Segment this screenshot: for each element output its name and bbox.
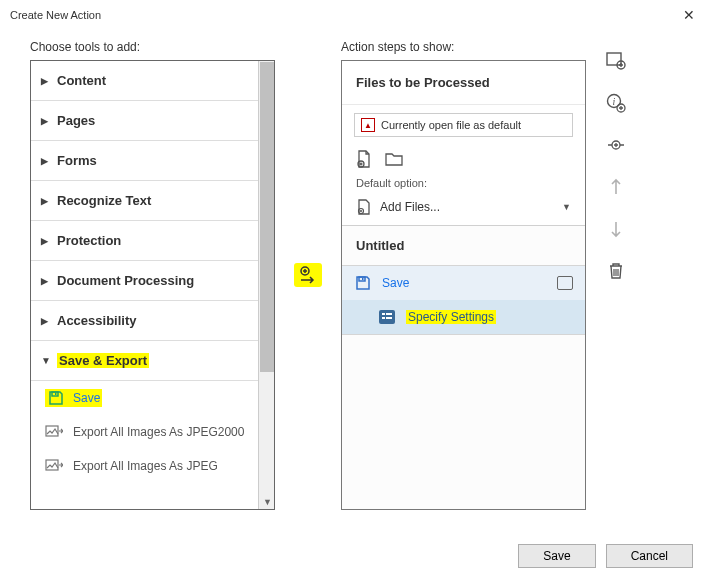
svg-text:i: i <box>613 96 616 107</box>
move-down-icon[interactable] <box>605 218 627 240</box>
cat-label: Accessibility <box>57 313 137 328</box>
cat-label: Protection <box>57 233 121 248</box>
close-icon[interactable]: ✕ <box>675 3 703 27</box>
new-action-icon[interactable] <box>605 50 627 72</box>
add-files-label: Add Files... <box>380 200 440 214</box>
tools-list: ▶Content ▶Pages ▶Forms ▶Recognize Text ▶… <box>30 60 275 510</box>
cat-label: Save & Export <box>57 353 149 368</box>
chevron-right-icon: ▶ <box>41 316 49 326</box>
chevron-right-icon: ▶ <box>41 76 49 86</box>
window-title: Create New Action <box>10 9 101 21</box>
svg-rect-10 <box>382 313 385 315</box>
step-specify-settings[interactable]: Specify Settings <box>342 300 585 335</box>
step-options-icon[interactable] <box>557 276 573 290</box>
tool-save[interactable]: Save <box>31 381 258 415</box>
add-file-small-icon <box>356 199 372 215</box>
cancel-button[interactable]: Cancel <box>606 544 693 568</box>
cat-forms[interactable]: ▶Forms <box>31 141 258 181</box>
pdf-icon: ▲ <box>361 118 375 132</box>
step-label: Specify Settings <box>406 310 496 324</box>
cat-label: Pages <box>57 113 95 128</box>
cat-label: Content <box>57 73 106 88</box>
files-title: Files to be Processed <box>342 61 585 105</box>
step-label: Save <box>382 276 409 290</box>
chevron-right-icon: ▶ <box>41 156 49 166</box>
chevron-right-icon: ▶ <box>41 116 49 126</box>
default-file-row: ▲ Currently open file as default <box>354 113 573 137</box>
tool-label: Save <box>73 391 100 405</box>
cat-label: Forms <box>57 153 97 168</box>
scrollbar-thumb[interactable] <box>260 62 274 372</box>
add-folder-icon[interactable] <box>384 149 404 169</box>
export-image-icon <box>45 423 63 441</box>
cat-label: Document Processing <box>57 273 194 288</box>
chevron-right-icon: ▶ <box>41 236 49 246</box>
default-option-label: Default option: <box>342 173 585 193</box>
info-add-icon[interactable]: i <box>605 92 627 114</box>
tool-export-jpeg[interactable]: Export All Images As JPEG <box>31 449 258 483</box>
scrollbar[interactable]: ▼ <box>258 61 274 509</box>
svg-rect-8 <box>362 278 364 280</box>
steps-group-title: Untitled <box>342 226 585 265</box>
chevron-down-icon: ▼ <box>41 355 49 366</box>
tool-label: Export All Images As JPEG <box>73 459 218 473</box>
chevron-down-icon: ▼ <box>562 202 571 212</box>
cat-protection[interactable]: ▶Protection <box>31 221 258 261</box>
scroll-down-icon[interactable]: ▼ <box>263 497 272 507</box>
tool-label: Export All Images As JPEG2000 <box>73 425 244 439</box>
cat-label: Recognize Text <box>57 193 151 208</box>
cat-save-export[interactable]: ▼Save & Export <box>31 341 258 381</box>
svg-rect-12 <box>382 317 385 319</box>
add-file-icon[interactable] <box>354 149 374 169</box>
tools-label: Choose tools to add: <box>30 40 275 54</box>
svg-rect-13 <box>386 317 392 319</box>
divider-add-icon[interactable] <box>605 134 627 156</box>
settings-list-icon <box>378 308 396 326</box>
add-files-dropdown[interactable]: Add Files... ▼ <box>342 193 585 225</box>
delete-icon[interactable] <box>605 260 627 282</box>
save-icon <box>47 389 65 407</box>
step-save[interactable]: Save <box>342 265 585 300</box>
cat-document-processing[interactable]: ▶Document Processing <box>31 261 258 301</box>
save-button[interactable]: Save <box>518 544 595 568</box>
export-image-icon <box>45 457 63 475</box>
tool-export-jpeg2000[interactable]: Export All Images As JPEG2000 <box>31 415 258 449</box>
chevron-right-icon: ▶ <box>41 276 49 286</box>
svg-rect-1 <box>55 393 57 395</box>
add-step-button[interactable] <box>294 263 322 287</box>
cat-recognize-text[interactable]: ▶Recognize Text <box>31 181 258 221</box>
steps-panel: Files to be Processed ▲ Currently open f… <box>341 60 586 510</box>
cat-accessibility[interactable]: ▶Accessibility <box>31 301 258 341</box>
cat-pages[interactable]: ▶Pages <box>31 101 258 141</box>
move-up-icon[interactable] <box>605 176 627 198</box>
chevron-right-icon: ▶ <box>41 196 49 206</box>
steps-label: Action steps to show: <box>341 40 586 54</box>
default-file-text: Currently open file as default <box>381 119 521 131</box>
svg-rect-11 <box>386 313 392 315</box>
save-icon <box>354 274 372 292</box>
svg-rect-14 <box>607 53 621 65</box>
cat-content[interactable]: ▶Content <box>31 61 258 101</box>
